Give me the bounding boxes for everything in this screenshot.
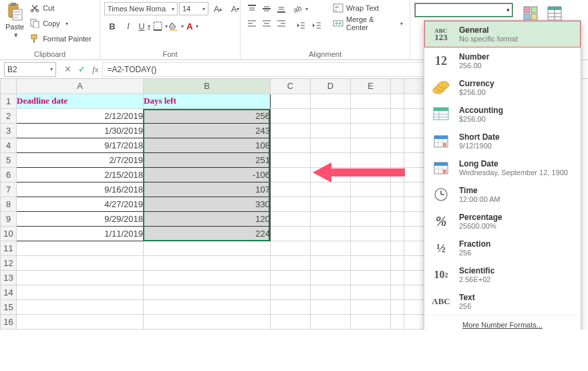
column-header-C[interactable]: C xyxy=(271,79,311,94)
cell[interactable] xyxy=(391,255,404,270)
cell[interactable]: 108 xyxy=(144,138,271,152)
cell[interactable] xyxy=(17,241,144,255)
number-format-long-date[interactable]: Long DateWednesday, September 12, 1900 xyxy=(424,154,581,181)
cell[interactable] xyxy=(144,241,271,255)
cell[interactable] xyxy=(351,314,391,329)
font-family-select[interactable]: Times New Roma ▾ xyxy=(104,2,178,15)
cell[interactable] xyxy=(311,270,351,285)
cell[interactable] xyxy=(351,285,391,299)
align-left-button[interactable] xyxy=(245,16,259,31)
cell[interactable] xyxy=(351,182,391,197)
cell[interactable]: 2/15/2018 xyxy=(17,167,144,182)
row-header[interactable]: 9 xyxy=(1,211,17,226)
cell[interactable] xyxy=(391,211,404,226)
copy-button[interactable]: Copy ▾ xyxy=(28,17,93,30)
cell[interactable]: 251 xyxy=(144,152,271,167)
cell[interactable] xyxy=(271,285,311,299)
cell[interactable]: 2/7/2019 xyxy=(17,152,144,167)
cell[interactable]: 243 xyxy=(144,123,271,138)
column-header-B[interactable]: B xyxy=(144,79,271,94)
cell[interactable] xyxy=(351,138,391,152)
cell[interactable] xyxy=(391,108,404,123)
cell[interactable]: 107 xyxy=(144,182,271,197)
row-header[interactable]: 14 xyxy=(1,285,17,299)
cell[interactable] xyxy=(391,226,404,241)
align-center-button[interactable] xyxy=(259,16,274,31)
cell[interactable] xyxy=(271,197,311,211)
header-cell-daysleft[interactable]: Days left xyxy=(144,94,271,108)
row-header[interactable]: 6 xyxy=(1,167,17,182)
font-size-select[interactable]: 14 ▾ xyxy=(179,2,208,15)
cell[interactable] xyxy=(391,123,404,138)
cell[interactable] xyxy=(391,314,404,329)
row-header[interactable]: 4 xyxy=(1,138,17,152)
cell[interactable] xyxy=(17,285,144,299)
column-header-E[interactable]: E xyxy=(351,79,391,94)
cell[interactable] xyxy=(17,314,144,329)
number-format-percentage[interactable]: % Percentage25600.00% xyxy=(424,208,581,235)
decrease-indent-button[interactable] xyxy=(293,18,309,33)
row-header[interactable]: 12 xyxy=(1,255,17,270)
cell[interactable] xyxy=(271,123,311,138)
cell[interactable] xyxy=(391,182,404,197)
row-header[interactable]: 5 xyxy=(1,152,17,167)
cell[interactable]: 256 xyxy=(144,108,271,123)
number-format-time[interactable]: Time12:00:00 AM xyxy=(424,181,581,208)
cell[interactable]: 330 xyxy=(144,197,271,211)
row-header[interactable]: 3 xyxy=(1,123,17,138)
cell[interactable] xyxy=(311,285,351,299)
cell[interactable] xyxy=(351,299,391,314)
number-format-accounting[interactable]: Accounting$256.00 xyxy=(424,101,581,128)
cell[interactable] xyxy=(311,182,351,197)
cell[interactable]: 1/11/2019 xyxy=(17,226,144,241)
cell[interactable]: 224 xyxy=(144,226,271,241)
number-format-text[interactable]: ABC Text256 xyxy=(424,288,581,315)
cell[interactable] xyxy=(271,314,311,329)
bold-button[interactable]: B xyxy=(104,19,120,33)
align-top-button[interactable] xyxy=(245,1,259,16)
column-header-A[interactable]: A xyxy=(17,79,144,94)
cell[interactable]: 1/30/2019 xyxy=(17,123,144,138)
formula-input[interactable]: =A2-TODAY() xyxy=(102,62,436,77)
cell[interactable]: 120 xyxy=(144,211,271,226)
increase-indent-button[interactable] xyxy=(309,18,325,33)
cell[interactable]: 9/29/2018 xyxy=(17,211,144,226)
cell[interactable] xyxy=(351,123,391,138)
number-format-general[interactable]: ABC123 GeneralNo specific format xyxy=(424,21,581,47)
row-header[interactable]: 7 xyxy=(1,182,17,197)
cell[interactable] xyxy=(351,255,391,270)
cell[interactable] xyxy=(17,270,144,285)
cell[interactable] xyxy=(144,270,271,285)
cell[interactable] xyxy=(351,270,391,285)
column-header-D[interactable]: D xyxy=(311,79,351,94)
cell[interactable] xyxy=(144,255,271,270)
cell[interactable] xyxy=(144,299,271,314)
row-header[interactable]: 2 xyxy=(1,108,17,123)
cell[interactable] xyxy=(271,108,311,123)
cell[interactable] xyxy=(311,241,351,255)
paste-button[interactable]: Paste ▾ xyxy=(4,1,25,41)
cell[interactable] xyxy=(271,211,311,226)
cell[interactable] xyxy=(271,167,311,182)
cell[interactable] xyxy=(391,299,404,314)
more-number-formats-link[interactable]: More Number Formats... xyxy=(424,315,581,330)
fill-color-button[interactable]: ▾ xyxy=(168,19,184,33)
cell[interactable] xyxy=(311,138,351,152)
cell[interactable] xyxy=(351,226,391,241)
cell[interactable] xyxy=(311,314,351,329)
number-format-short-date[interactable]: Short Date9/12/1900 xyxy=(424,128,581,154)
cell[interactable] xyxy=(351,197,391,211)
row-header[interactable]: 11 xyxy=(1,241,17,255)
border-button[interactable]: ▾ xyxy=(152,19,168,33)
cell[interactable] xyxy=(351,241,391,255)
cell[interactable] xyxy=(351,94,391,108)
cell[interactable] xyxy=(271,255,311,270)
row-header[interactable]: 13 xyxy=(1,270,17,285)
cell[interactable] xyxy=(271,152,311,167)
row-header[interactable]: 15 xyxy=(1,299,17,314)
cell[interactable] xyxy=(391,94,404,108)
number-format-fraction[interactable]: ½ Fraction256 xyxy=(424,235,581,261)
cell[interactable] xyxy=(271,226,311,241)
cancel-formula-button[interactable]: ✕ xyxy=(64,64,71,75)
number-format-currency[interactable]: Currency$256.00 xyxy=(424,74,581,101)
